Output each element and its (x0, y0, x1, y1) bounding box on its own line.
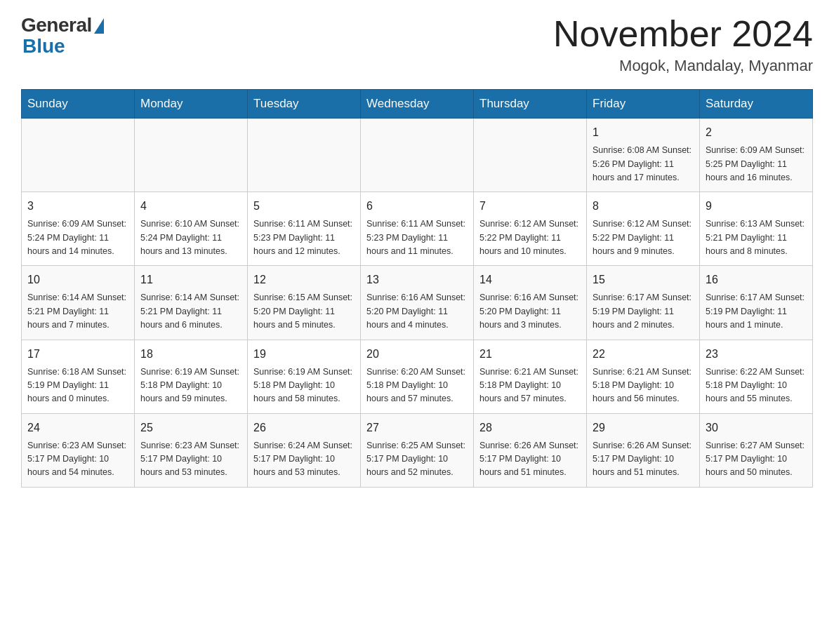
day-number: 4 (140, 198, 241, 215)
day-number: 19 (253, 346, 355, 363)
day-number: 21 (479, 346, 581, 363)
calendar-cell (474, 119, 587, 192)
day-number: 1 (593, 124, 694, 141)
logo-blue-text: Blue (22, 35, 65, 58)
day-number: 8 (593, 198, 694, 215)
calendar-cell: 25Sunrise: 6:23 AM Sunset: 5:17 PM Dayli… (135, 413, 248, 487)
calendar-week-row: 17Sunrise: 6:18 AM Sunset: 5:19 PM Dayli… (22, 340, 813, 413)
location-subtitle: Mogok, Mandalay, Myanmar (553, 57, 813, 75)
day-number: 12 (253, 271, 355, 288)
day-info: Sunrise: 6:10 AM Sunset: 5:24 PM Dayligh… (140, 217, 241, 258)
day-info: Sunrise: 6:18 AM Sunset: 5:19 PM Dayligh… (27, 365, 128, 406)
day-info: Sunrise: 6:16 AM Sunset: 5:20 PM Dayligh… (366, 291, 468, 332)
calendar-week-row: 24Sunrise: 6:23 AM Sunset: 5:17 PM Dayli… (22, 413, 813, 487)
calendar-cell: 18Sunrise: 6:19 AM Sunset: 5:18 PM Dayli… (135, 340, 248, 413)
day-header-wednesday: Wednesday (361, 90, 474, 119)
day-info: Sunrise: 6:21 AM Sunset: 5:18 PM Dayligh… (479, 365, 581, 406)
day-info: Sunrise: 6:27 AM Sunset: 5:17 PM Dayligh… (706, 439, 807, 480)
day-header-sunday: Sunday (22, 90, 135, 119)
day-number: 16 (706, 271, 807, 288)
day-info: Sunrise: 6:17 AM Sunset: 5:19 PM Dayligh… (593, 291, 694, 332)
calendar-cell: 12Sunrise: 6:15 AM Sunset: 5:20 PM Dayli… (248, 266, 361, 340)
calendar-cell: 22Sunrise: 6:21 AM Sunset: 5:18 PM Dayli… (587, 340, 700, 413)
day-number: 17 (27, 346, 128, 363)
day-number: 28 (479, 420, 581, 436)
day-number: 22 (593, 346, 694, 363)
day-info: Sunrise: 6:23 AM Sunset: 5:17 PM Dayligh… (140, 439, 241, 480)
day-header-saturday: Saturday (700, 90, 813, 119)
calendar-cell: 26Sunrise: 6:24 AM Sunset: 5:17 PM Dayli… (248, 413, 361, 487)
day-info: Sunrise: 6:14 AM Sunset: 5:21 PM Dayligh… (140, 291, 241, 332)
day-number: 10 (27, 271, 128, 288)
day-number: 27 (366, 420, 468, 436)
calendar-cell (361, 119, 474, 192)
calendar-cell: 29Sunrise: 6:26 AM Sunset: 5:17 PM Dayli… (587, 413, 700, 487)
day-number: 30 (706, 420, 807, 436)
day-number: 11 (140, 271, 241, 288)
day-number: 2 (706, 124, 807, 141)
calendar-cell: 19Sunrise: 6:19 AM Sunset: 5:18 PM Dayli… (248, 340, 361, 413)
day-info: Sunrise: 6:14 AM Sunset: 5:21 PM Dayligh… (27, 291, 128, 332)
logo: General Blue (21, 14, 104, 58)
day-info: Sunrise: 6:13 AM Sunset: 5:21 PM Dayligh… (706, 217, 807, 258)
day-info: Sunrise: 6:25 AM Sunset: 5:17 PM Dayligh… (366, 439, 468, 480)
day-info: Sunrise: 6:21 AM Sunset: 5:18 PM Dayligh… (593, 365, 694, 406)
day-number: 14 (479, 271, 581, 288)
day-number: 29 (593, 420, 694, 436)
calendar-cell: 5Sunrise: 6:11 AM Sunset: 5:23 PM Daylig… (248, 192, 361, 266)
calendar-cell: 15Sunrise: 6:17 AM Sunset: 5:19 PM Dayli… (587, 266, 700, 340)
day-info: Sunrise: 6:11 AM Sunset: 5:23 PM Dayligh… (366, 217, 468, 258)
calendar-cell: 13Sunrise: 6:16 AM Sunset: 5:20 PM Dayli… (361, 266, 474, 340)
calendar-cell (22, 119, 135, 192)
day-info: Sunrise: 6:09 AM Sunset: 5:24 PM Dayligh… (27, 217, 128, 258)
day-number: 25 (140, 420, 241, 436)
day-info: Sunrise: 6:26 AM Sunset: 5:17 PM Dayligh… (593, 439, 694, 480)
day-info: Sunrise: 6:20 AM Sunset: 5:18 PM Dayligh… (366, 365, 468, 406)
day-header-thursday: Thursday (474, 90, 587, 119)
calendar-cell: 17Sunrise: 6:18 AM Sunset: 5:19 PM Dayli… (22, 340, 135, 413)
calendar-header-row: SundayMondayTuesdayWednesdayThursdayFrid… (22, 90, 813, 119)
calendar-week-row: 1Sunrise: 6:08 AM Sunset: 5:26 PM Daylig… (22, 119, 813, 192)
day-number: 23 (706, 346, 807, 363)
page-header: General Blue November 2024 Mogok, Mandal… (21, 14, 813, 75)
day-number: 5 (253, 198, 355, 215)
day-info: Sunrise: 6:09 AM Sunset: 5:25 PM Dayligh… (706, 144, 807, 185)
calendar-cell: 10Sunrise: 6:14 AM Sunset: 5:21 PM Dayli… (22, 266, 135, 340)
day-info: Sunrise: 6:11 AM Sunset: 5:23 PM Dayligh… (253, 217, 355, 258)
day-number: 26 (253, 420, 355, 436)
month-year-title: November 2024 (553, 14, 813, 54)
day-number: 18 (140, 346, 241, 363)
calendar-week-row: 10Sunrise: 6:14 AM Sunset: 5:21 PM Dayli… (22, 266, 813, 340)
day-number: 7 (479, 198, 581, 215)
calendar-cell: 27Sunrise: 6:25 AM Sunset: 5:17 PM Dayli… (361, 413, 474, 487)
logo-general-text: General (21, 14, 92, 36)
day-info: Sunrise: 6:16 AM Sunset: 5:20 PM Dayligh… (479, 291, 581, 332)
day-info: Sunrise: 6:08 AM Sunset: 5:26 PM Dayligh… (593, 144, 694, 185)
day-number: 9 (706, 198, 807, 215)
day-info: Sunrise: 6:12 AM Sunset: 5:22 PM Dayligh… (593, 217, 694, 258)
calendar-table: SundayMondayTuesdayWednesdayThursdayFrid… (21, 89, 813, 488)
calendar-cell: 1Sunrise: 6:08 AM Sunset: 5:26 PM Daylig… (587, 119, 700, 192)
day-info: Sunrise: 6:17 AM Sunset: 5:19 PM Dayligh… (706, 291, 807, 332)
calendar-cell: 16Sunrise: 6:17 AM Sunset: 5:19 PM Dayli… (700, 266, 813, 340)
day-info: Sunrise: 6:15 AM Sunset: 5:20 PM Dayligh… (253, 291, 355, 332)
day-info: Sunrise: 6:12 AM Sunset: 5:22 PM Dayligh… (479, 217, 581, 258)
calendar-cell: 9Sunrise: 6:13 AM Sunset: 5:21 PM Daylig… (700, 192, 813, 266)
day-number: 6 (366, 198, 468, 215)
day-info: Sunrise: 6:26 AM Sunset: 5:17 PM Dayligh… (479, 439, 581, 480)
calendar-cell (135, 119, 248, 192)
calendar-cell: 23Sunrise: 6:22 AM Sunset: 5:18 PM Dayli… (700, 340, 813, 413)
day-number: 15 (593, 271, 694, 288)
calendar-cell: 8Sunrise: 6:12 AM Sunset: 5:22 PM Daylig… (587, 192, 700, 266)
day-info: Sunrise: 6:19 AM Sunset: 5:18 PM Dayligh… (253, 365, 355, 406)
day-header-monday: Monday (135, 90, 248, 119)
day-header-friday: Friday (587, 90, 700, 119)
calendar-cell: 4Sunrise: 6:10 AM Sunset: 5:24 PM Daylig… (135, 192, 248, 266)
day-info: Sunrise: 6:23 AM Sunset: 5:17 PM Dayligh… (27, 439, 128, 480)
logo-triangle-icon (94, 18, 104, 34)
calendar-cell: 14Sunrise: 6:16 AM Sunset: 5:20 PM Dayli… (474, 266, 587, 340)
title-block: November 2024 Mogok, Mandalay, Myanmar (553, 14, 813, 75)
calendar-cell: 21Sunrise: 6:21 AM Sunset: 5:18 PM Dayli… (474, 340, 587, 413)
day-header-tuesday: Tuesday (248, 90, 361, 119)
day-info: Sunrise: 6:22 AM Sunset: 5:18 PM Dayligh… (706, 365, 807, 406)
